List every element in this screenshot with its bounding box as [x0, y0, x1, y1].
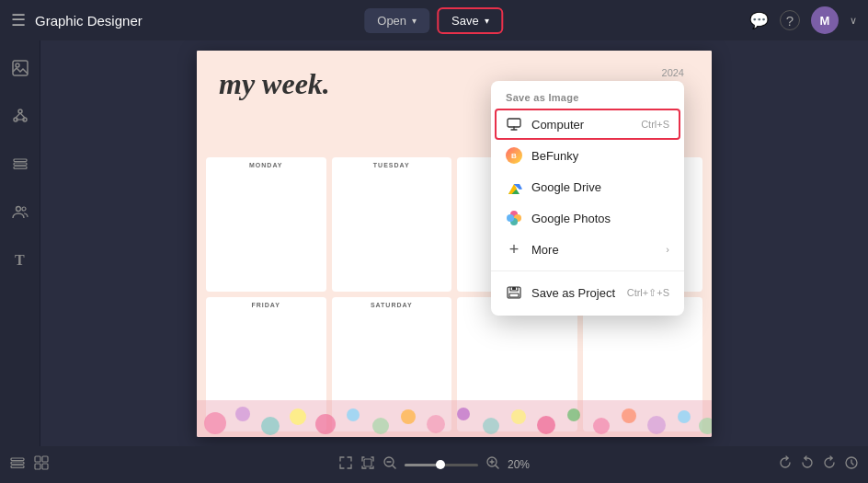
- sidebar-icon-image[interactable]: [6, 53, 35, 83]
- zoom-thumb[interactable]: [436, 460, 445, 469]
- zoom-slider[interactable]: [405, 464, 478, 466]
- dropdown-item-google-drive[interactable]: Google Drive: [491, 171, 684, 202]
- svg-line-6: [20, 113, 25, 118]
- svg-point-12: [22, 207, 26, 211]
- svg-rect-60: [11, 462, 24, 465]
- fit-icon[interactable]: [360, 455, 375, 474]
- dropdown-shortcut-computer: Ctrl+S: [641, 119, 669, 130]
- bottombar: 20%: [0, 446, 868, 483]
- grid-icon[interactable]: [33, 454, 50, 475]
- redo-icon[interactable]: [822, 455, 837, 474]
- svg-point-11: [16, 207, 20, 212]
- main-area: T: [0, 40, 868, 446]
- layers-icon[interactable]: [9, 454, 26, 475]
- menu-icon[interactable]: ☰: [11, 10, 26, 30]
- svg-rect-57: [512, 287, 516, 290]
- open-button[interactable]: Open ▾: [364, 8, 429, 33]
- more-icon: +: [506, 241, 522, 258]
- svg-rect-61: [11, 466, 24, 468]
- sidebar-icon-layers[interactable]: [6, 149, 35, 178]
- dropdown-item-more-label: More: [531, 243, 657, 257]
- svg-point-1: [16, 63, 19, 67]
- svg-rect-10: [14, 167, 27, 169]
- svg-rect-58: [509, 293, 519, 297]
- svg-rect-51: [508, 119, 520, 127]
- sidebar-icon-effects[interactable]: [6, 101, 35, 131]
- dropdown-section-title: Save as Image: [491, 88, 684, 109]
- dropdown-menu: Save as Image Computer Ctrl+S B BeF: [491, 81, 684, 316]
- sidebar-icon-people[interactable]: [6, 197, 35, 226]
- account-chevron-icon[interactable]: ∨: [850, 15, 857, 27]
- svg-rect-59: [11, 458, 24, 461]
- computer-icon: [506, 116, 522, 132]
- zoom-track: [405, 464, 438, 466]
- google-photos-icon: [506, 210, 522, 226]
- sidebar-icon-text[interactable]: T: [6, 245, 35, 274]
- chat-icon[interactable]: 💬: [749, 11, 769, 30]
- topbar-left: ☰ Graphic Designer: [11, 10, 143, 30]
- zoom-in-icon[interactable]: [485, 455, 500, 474]
- dropdown-item-gphotos-label: Google Photos: [531, 212, 669, 225]
- svg-rect-0: [13, 61, 28, 75]
- save-button[interactable]: Save ▾: [437, 7, 504, 34]
- year-badge: 2024: [662, 67, 684, 78]
- svg-rect-8: [14, 159, 27, 162]
- dropdown-item-computer-label: Computer: [531, 118, 632, 132]
- svg-point-55: [507, 214, 514, 222]
- app-title: Graphic Designer: [35, 13, 143, 29]
- svg-rect-66: [364, 459, 371, 466]
- dropdown-shortcut-save-project: Ctrl+⇧+S: [627, 287, 669, 299]
- bottombar-left: [9, 454, 50, 475]
- dropdown-divider: [491, 270, 684, 271]
- dropdown-overlay: Save as Image Computer Ctrl+S B BeF: [40, 81, 868, 446]
- svg-line-5: [16, 113, 20, 118]
- dropdown-item-befunky-label: BeFunky: [531, 149, 669, 163]
- more-chevron-icon: ›: [666, 244, 669, 255]
- svg-text:T: T: [15, 252, 25, 268]
- dropdown-item-befunky[interactable]: B BeFunky: [491, 140, 684, 171]
- svg-line-69: [393, 466, 395, 468]
- dropdown-item-google-photos[interactable]: Google Photos: [491, 202, 684, 234]
- svg-rect-9: [14, 163, 27, 166]
- expand-icon[interactable]: [338, 455, 353, 474]
- dropdown-item-save-project[interactable]: Save as Project Ctrl+⇧+S: [491, 277, 684, 308]
- canvas-area: my week. 2024 MONDAY TUESDAY WEDNE: [40, 40, 868, 446]
- befunky-icon: B: [506, 147, 522, 164]
- zoom-out-icon[interactable]: [383, 455, 397, 474]
- topbar-center: Open ▾ Save ▾: [364, 7, 503, 34]
- history-icon[interactable]: [844, 455, 859, 474]
- help-icon[interactable]: ?: [780, 10, 800, 30]
- svg-rect-63: [42, 456, 48, 462]
- avatar[interactable]: M: [811, 6, 839, 34]
- dropdown-item-save-project-label: Save as Project: [531, 286, 618, 300]
- undo-icon[interactable]: [800, 455, 815, 474]
- sidebar: T: [0, 40, 40, 446]
- save-project-icon: [506, 284, 522, 301]
- svg-rect-64: [35, 464, 40, 469]
- svg-line-73: [496, 466, 498, 468]
- google-drive-icon: [506, 178, 522, 195]
- refresh-icon[interactable]: [778, 455, 793, 474]
- bottombar-center: 20%: [338, 455, 530, 474]
- dropdown-item-computer[interactable]: Computer Ctrl+S: [495, 109, 680, 140]
- bottombar-right: [778, 455, 859, 474]
- zoom-label: 20%: [508, 458, 530, 471]
- topbar-right: 💬 ? M ∨: [749, 6, 857, 34]
- topbar: ☰ Graphic Designer Open ▾ Save ▾ 💬 ? M ∨: [0, 0, 868, 40]
- svg-rect-62: [35, 456, 40, 462]
- dropdown-item-gdrive-label: Google Drive: [531, 180, 669, 194]
- svg-rect-65: [42, 464, 48, 469]
- svg-point-2: [18, 109, 22, 113]
- dropdown-item-more[interactable]: + More ›: [491, 234, 684, 265]
